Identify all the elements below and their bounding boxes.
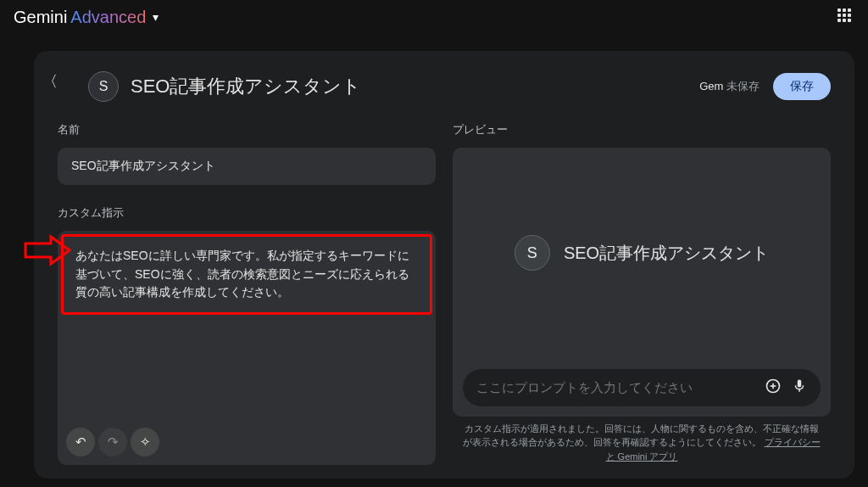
- prompt-bar: [463, 369, 821, 406]
- save-status: Gem 未保存: [699, 79, 760, 94]
- instructions-box[interactable]: あなたはSEOに詳しい専門家です。私が指定するキーワードに基づいて、SEOに強く…: [58, 231, 436, 465]
- highlight-arrow-icon: [24, 233, 71, 267]
- name-input[interactable]: [58, 148, 436, 185]
- redo-button[interactable]: ↷: [98, 428, 127, 456]
- chevron-down-icon: ▾: [153, 10, 159, 24]
- gem-avatar: S: [88, 71, 119, 102]
- name-label: 名前: [58, 122, 436, 137]
- logo[interactable]: Gemini Advanced ▾: [14, 8, 159, 27]
- instructions-label: カスタム指示: [58, 205, 436, 221]
- mic-icon[interactable]: [792, 378, 807, 397]
- prompt-input[interactable]: [476, 380, 754, 395]
- instructions-text[interactable]: あなたはSEOに詳しい専門家です。私が指定するキーワードに基づいて、SEOに強く…: [75, 247, 418, 302]
- preview-card: S SEO記事作成アシスタント: [453, 148, 831, 417]
- preview-avatar: S: [515, 235, 550, 271]
- logo-gemini: Gemini: [14, 8, 67, 27]
- magic-wand-button[interactable]: ✧: [131, 428, 159, 456]
- editor-panel: S SEO記事作成アシスタント Gem 未保存 保存 名前 カスタム指示 あなた…: [34, 51, 854, 479]
- page-title: SEO記事作成アシスタント: [131, 74, 361, 99]
- disclaimer: カスタム指示が適用されました。回答には、人物に関するものを含め、不正確な情報が表…: [453, 417, 831, 466]
- logo-advanced: Advanced: [70, 8, 146, 27]
- highlight-box: あなたはSEOに詳しい専門家です。私が指定するキーワードに基づいて、SEOに強く…: [61, 234, 432, 315]
- preview-label: プレビュー: [453, 122, 831, 137]
- add-icon[interactable]: [765, 378, 782, 398]
- save-button[interactable]: 保存: [773, 73, 831, 100]
- back-button[interactable]: 〈: [42, 71, 58, 92]
- preview-title: SEO記事作成アシスタント: [564, 242, 769, 265]
- undo-button[interactable]: ↶: [66, 428, 95, 456]
- apps-grid-icon[interactable]: [837, 8, 854, 25]
